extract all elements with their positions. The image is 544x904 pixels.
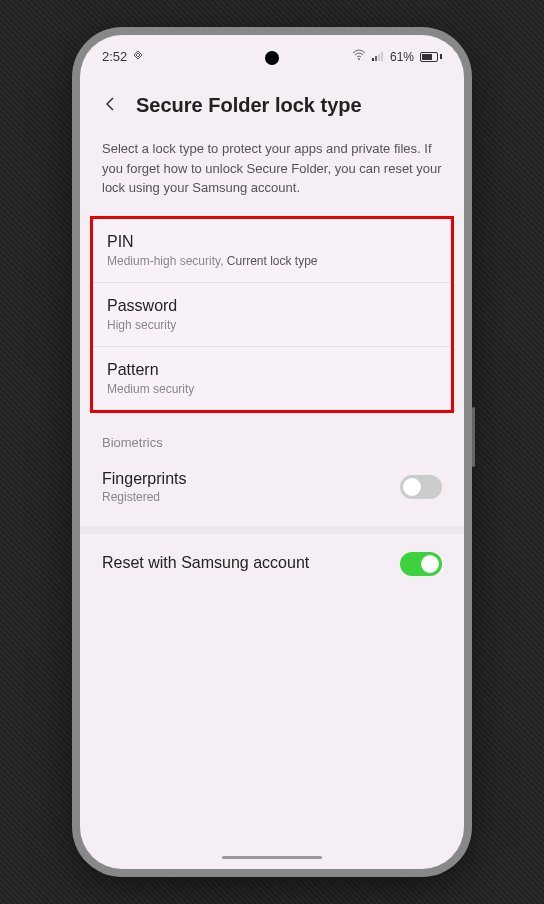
setting-title: Reset with Samsung account [102, 554, 400, 572]
page-title: Secure Folder lock type [136, 94, 362, 117]
nearby-icon [132, 49, 144, 64]
current-lock-label: Current lock type [227, 254, 318, 268]
biometrics-section-header: Biometrics [80, 413, 464, 458]
option-title: Password [107, 297, 437, 315]
svg-rect-3 [378, 54, 380, 61]
back-button[interactable] [98, 90, 122, 121]
option-title: Pattern [107, 361, 437, 379]
power-button [472, 407, 475, 467]
lock-option-pattern[interactable]: Pattern Medium security [93, 347, 451, 410]
svg-rect-1 [372, 58, 374, 61]
option-subtitle: Medium security [107, 382, 437, 396]
battery-icon [420, 52, 442, 62]
option-subtitle: High security [107, 318, 437, 332]
lock-option-password[interactable]: Password High security [93, 283, 451, 347]
wifi-icon [352, 49, 366, 64]
home-indicator[interactable] [222, 856, 322, 859]
svg-point-0 [358, 58, 360, 60]
setting-title: Fingerprints [102, 470, 400, 488]
svg-rect-4 [381, 52, 383, 61]
status-time: 2:52 [102, 49, 127, 64]
svg-rect-2 [375, 56, 377, 61]
battery-percent: 61% [390, 50, 414, 64]
setting-subtitle: Registered [102, 490, 400, 504]
toggle-knob [421, 555, 439, 573]
fingerprints-row[interactable]: Fingerprints Registered [80, 458, 464, 516]
option-subtitle: Medium-high security, Current lock type [107, 254, 437, 268]
fingerprints-toggle[interactable] [400, 475, 442, 499]
signal-icon [372, 50, 384, 64]
reset-samsung-toggle[interactable] [400, 552, 442, 576]
phone-screen: 2:52 61% Secure [80, 35, 464, 869]
section-divider [80, 526, 464, 534]
lock-option-pin[interactable]: PIN Medium-high security, Current lock t… [93, 219, 451, 283]
option-title: PIN [107, 233, 437, 251]
toggle-knob [403, 478, 421, 496]
lock-options-highlight: PIN Medium-high security, Current lock t… [90, 216, 454, 413]
header: Secure Folder lock type [80, 70, 464, 131]
camera-notch [265, 51, 279, 65]
phone-frame: 2:52 61% Secure [72, 27, 472, 877]
reset-samsung-row[interactable]: Reset with Samsung account [80, 540, 464, 588]
description-text: Select a lock type to protect your apps … [80, 131, 464, 216]
